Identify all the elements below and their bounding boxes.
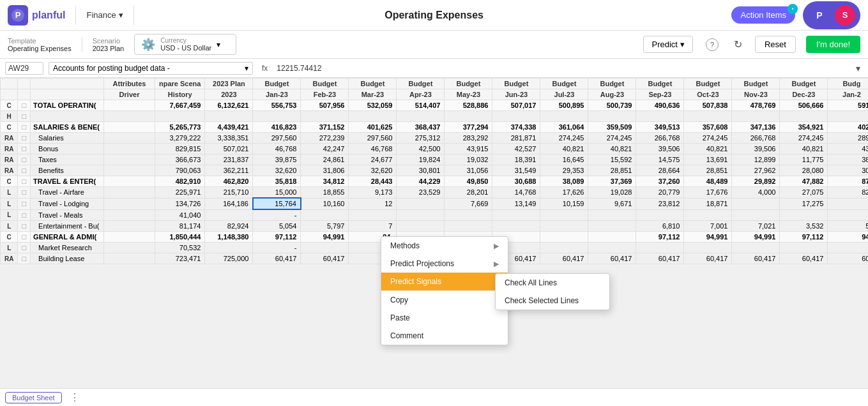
cell-value[interactable]: 274,245: [540, 133, 588, 144]
cell-value[interactable]: 283,292: [445, 133, 492, 144]
cell-value[interactable]: 39,875: [253, 154, 301, 165]
cell-value[interactable]: [540, 221, 588, 232]
cell-value[interactable]: [636, 243, 684, 253]
cell-value[interactable]: [397, 198, 445, 209]
cell-value[interactable]: 17,626: [540, 187, 588, 199]
context-menu-item-predict-projections[interactable]: Predict Projections ▶: [381, 255, 508, 273]
cell-value[interactable]: 231,837: [205, 154, 253, 165]
cell-value[interactable]: 506,666: [780, 100, 828, 111]
cell-value[interactable]: 6,810: [636, 221, 684, 232]
cell-value[interactable]: 46,768: [253, 144, 301, 154]
cell-value[interactable]: 281,871: [492, 133, 540, 144]
expand-button[interactable]: ▾: [853, 61, 863, 76]
cell-value[interactable]: 28,080: [780, 165, 828, 176]
cell-value[interactable]: 39,506: [636, 144, 684, 154]
reset-button[interactable]: Reset: [755, 36, 796, 53]
cell-value[interactable]: 42,247: [301, 144, 349, 154]
cell-value[interactable]: 28,664: [636, 165, 684, 176]
cell-value[interactable]: [828, 209, 868, 221]
cell-value[interactable]: [780, 243, 828, 253]
cell-value[interactable]: 32,620: [253, 165, 301, 176]
cell-value[interactable]: [205, 111, 253, 122]
cell-value[interactable]: 17,275: [780, 198, 828, 209]
cell-value[interactable]: 23,529: [397, 187, 445, 199]
done-button[interactable]: I'm done!: [806, 36, 860, 53]
cell-value[interactable]: 40,821: [684, 144, 732, 154]
cell-value[interactable]: [445, 221, 492, 232]
cell-value[interactable]: [588, 209, 636, 221]
cell-value[interactable]: 366,673: [155, 154, 205, 165]
cell-value[interactable]: 4,000: [732, 187, 780, 199]
cell-value[interactable]: 37,369: [588, 176, 636, 187]
cell-value[interactable]: [828, 111, 868, 122]
cell-value[interactable]: 7: [349, 221, 397, 232]
cell-value[interactable]: 362,211: [205, 165, 253, 176]
cell-value[interactable]: 12,899: [732, 154, 780, 165]
cell-value[interactable]: 70,532: [155, 243, 205, 253]
cell-value[interactable]: 164,186: [205, 198, 253, 209]
user-avatar[interactable]: S: [835, 5, 855, 26]
cell-value[interactable]: 60,417: [253, 253, 301, 264]
cell-value[interactable]: 347,136: [732, 122, 780, 133]
cell-value[interactable]: 42,527: [492, 144, 540, 154]
cell-value[interactable]: 6,132,621: [205, 100, 253, 111]
cell-value[interactable]: 9,671: [588, 198, 636, 209]
cell-value[interactable]: [349, 209, 397, 221]
cell-value[interactable]: 371,152: [301, 122, 349, 133]
cell-value[interactable]: 30,: [828, 165, 868, 176]
cell-value[interactable]: 60,417: [636, 253, 684, 264]
cell-value[interactable]: 60,417: [301, 253, 349, 264]
cell-value[interactable]: 11,775: [780, 154, 828, 165]
cell-value[interactable]: 40,821: [588, 144, 636, 154]
cell-value[interactable]: [684, 111, 732, 122]
submenu-item-check-all[interactable]: Check All Lines: [496, 274, 609, 292]
account-dropdown[interactable]: Accounts for posting budget data - ▾: [49, 62, 253, 75]
cell-value[interactable]: [636, 111, 684, 122]
cell-value[interactable]: [732, 111, 780, 122]
cell-value[interactable]: [301, 111, 349, 122]
cell-value[interactable]: 478,769: [732, 100, 780, 111]
cell-value[interactable]: 28,201: [445, 187, 492, 199]
cell-value[interactable]: [684, 243, 732, 253]
cell-value[interactable]: 3,279,222: [155, 133, 205, 144]
cell-value[interactable]: 5,054: [253, 221, 301, 232]
cell-value[interactable]: 266,768: [732, 133, 780, 144]
cell-value[interactable]: 507,021: [205, 144, 253, 154]
cell-value[interactable]: 10,159: [540, 198, 588, 209]
cell-value[interactable]: 14,575: [636, 154, 684, 165]
cell-value[interactable]: 500,895: [540, 100, 588, 111]
cell-value[interactable]: [104, 253, 155, 264]
cell-value[interactable]: 34,812: [301, 176, 349, 187]
cell-value[interactable]: [732, 198, 780, 209]
cell-value[interactable]: 46,768: [349, 144, 397, 154]
cell-value[interactable]: 23,812: [636, 198, 684, 209]
cell-value[interactable]: 15,764: [253, 198, 301, 209]
context-menu-item-paste[interactable]: Paste: [381, 309, 508, 327]
cell-value[interactable]: 528,886: [445, 100, 492, 111]
cell-value[interactable]: 556,753: [253, 100, 301, 111]
cell-value[interactable]: 60,417: [540, 253, 588, 264]
cell-value[interactable]: [104, 144, 155, 154]
cell-value[interactable]: [104, 154, 155, 165]
cell-value[interactable]: 47,882: [780, 176, 828, 187]
cell-value[interactable]: [104, 100, 155, 111]
cell-value[interactable]: [540, 232, 588, 243]
cell-value[interactable]: 94,991: [684, 232, 732, 243]
cell-value[interactable]: 81,174: [155, 221, 205, 232]
cell-value[interactable]: 7,021: [732, 221, 780, 232]
cell-value[interactable]: 44,229: [397, 176, 445, 187]
cell-value[interactable]: 94,: [828, 232, 868, 243]
cell-value[interactable]: 507,838: [684, 100, 732, 111]
cell-value[interactable]: 18,871: [684, 198, 732, 209]
cell-value[interactable]: 24,677: [349, 154, 397, 165]
help-button[interactable]: ?: [703, 36, 721, 54]
cell-value[interactable]: [684, 209, 732, 221]
cell-value[interactable]: [540, 209, 588, 221]
cell-value[interactable]: 354,921: [780, 122, 828, 133]
cell-value[interactable]: -: [253, 209, 301, 221]
cell-value[interactable]: 42,500: [397, 144, 445, 154]
cell-value[interactable]: 10,160: [301, 198, 349, 209]
cell-value[interactable]: [104, 122, 155, 133]
cell-value[interactable]: [397, 209, 445, 221]
cell-value[interactable]: 5,: [828, 221, 868, 232]
